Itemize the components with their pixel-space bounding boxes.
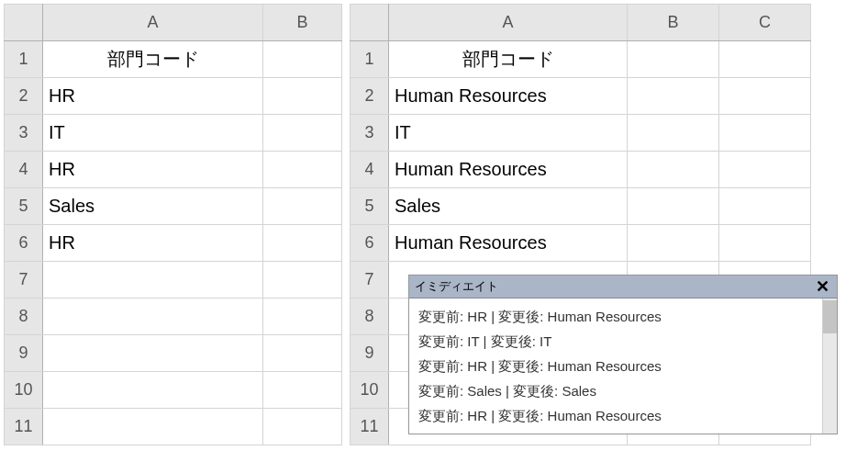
cell-A2[interactable]: HR — [43, 78, 263, 115]
cell-A5[interactable]: Sales — [389, 188, 628, 225]
cell-B4[interactable] — [263, 152, 342, 188]
immediate-titlebar[interactable]: イミディエイト ✕ — [409, 276, 837, 298]
cell-A3[interactable]: IT — [389, 115, 628, 152]
cell-C6[interactable] — [719, 225, 811, 262]
row-header-5[interactable]: 5 — [5, 188, 43, 225]
cell-B8[interactable] — [263, 298, 342, 335]
cell-B7[interactable] — [263, 262, 342, 298]
cell-A5[interactable]: Sales — [43, 188, 263, 225]
scroll-thumb[interactable] — [823, 300, 837, 333]
row-header-6[interactable]: 6 — [5, 225, 43, 262]
close-icon[interactable]: ✕ — [814, 278, 831, 295]
immediate-line: 変更前: IT | 変更後: IT — [418, 329, 818, 354]
row-header-10[interactable]: 10 — [5, 372, 43, 409]
row-header-2[interactable]: 2 — [351, 78, 389, 115]
col-header-B[interactable]: B — [263, 5, 342, 41]
row-header-3[interactable]: 3 — [351, 115, 389, 152]
cell-B2[interactable] — [628, 78, 719, 115]
immediate-title-text: イミディエイト — [415, 278, 498, 295]
cell-A10[interactable] — [43, 372, 263, 409]
immediate-line: 変更前: HR | 変更後: Human Resources — [418, 304, 818, 329]
cell-A1[interactable]: 部門コード — [389, 41, 628, 78]
cell-B5[interactable] — [263, 188, 342, 225]
immediate-line: 変更前: Sales | 変更後: Sales — [418, 378, 818, 403]
col-header-A[interactable]: A — [389, 5, 628, 41]
cell-B3[interactable] — [263, 115, 342, 152]
row-header-4[interactable]: 4 — [5, 152, 43, 188]
cell-B1[interactable] — [263, 41, 342, 78]
cell-B4[interactable] — [628, 152, 719, 188]
cell-A6[interactable]: HR — [43, 225, 263, 262]
select-all-corner[interactable] — [351, 5, 389, 41]
cell-A4[interactable]: Human Resources — [389, 152, 628, 188]
select-all-corner[interactable] — [5, 5, 43, 41]
cell-A11[interactable] — [43, 409, 263, 445]
col-header-C[interactable]: C — [719, 5, 811, 41]
col-header-B[interactable]: B — [628, 5, 719, 41]
cell-B2[interactable] — [263, 78, 342, 115]
left-grid[interactable]: A B 1 部門コード 2 HR 3 IT 4 HR 5 Sales — [4, 4, 342, 445]
row-header-4[interactable]: 4 — [351, 152, 389, 188]
cell-B1[interactable] — [628, 41, 719, 78]
row-header-8[interactable]: 8 — [5, 298, 43, 335]
cell-A7[interactable] — [43, 262, 263, 298]
right-spreadsheet: A B C 1 部門コード 2 Human Resources 3 IT 4 H… — [350, 4, 811, 445]
row-header-11[interactable]: 11 — [5, 409, 43, 445]
cell-C4[interactable] — [719, 152, 811, 188]
cell-B10[interactable] — [263, 372, 342, 409]
cell-A4[interactable]: HR — [43, 152, 263, 188]
row-header-6[interactable]: 6 — [351, 225, 389, 262]
row-header-1[interactable]: 1 — [5, 41, 43, 78]
cell-B6[interactable] — [263, 225, 342, 262]
row-header-9[interactable]: 9 — [5, 335, 43, 372]
immediate-scrollbar[interactable] — [822, 298, 837, 434]
cell-B11[interactable] — [263, 409, 342, 445]
row-header-10[interactable]: 10 — [351, 372, 389, 409]
row-header-7[interactable]: 7 — [5, 262, 43, 298]
cell-A6[interactable]: Human Resources — [389, 225, 628, 262]
left-spreadsheet: A B 1 部門コード 2 HR 3 IT 4 HR 5 Sales — [4, 4, 342, 445]
row-header-7[interactable]: 7 — [351, 262, 389, 298]
row-header-9[interactable]: 9 — [351, 335, 389, 372]
row-header-5[interactable]: 5 — [351, 188, 389, 225]
cell-A1[interactable]: 部門コード — [43, 41, 263, 78]
row-header-8[interactable]: 8 — [351, 298, 389, 335]
cell-A9[interactable] — [43, 335, 263, 372]
cell-A8[interactable] — [43, 298, 263, 335]
row-header-2[interactable]: 2 — [5, 78, 43, 115]
cell-B3[interactable] — [628, 115, 719, 152]
immediate-window[interactable]: イミディエイト ✕ 変更前: HR | 変更後: Human Resources… — [408, 275, 838, 434]
cell-B6[interactable] — [628, 225, 719, 262]
row-header-1[interactable]: 1 — [351, 41, 389, 78]
cell-A2[interactable]: Human Resources — [389, 78, 628, 115]
immediate-body[interactable]: 変更前: HR | 変更後: Human Resources 変更前: IT |… — [409, 298, 837, 434]
immediate-line: 変更前: HR | 変更後: Human Resources — [418, 403, 818, 428]
cell-B9[interactable] — [263, 335, 342, 372]
cell-C2[interactable] — [719, 78, 811, 115]
cell-C3[interactable] — [719, 115, 811, 152]
immediate-line: 変更前: HR | 変更後: Human Resources — [418, 354, 818, 378]
cell-C1[interactable] — [719, 41, 811, 78]
col-header-A[interactable]: A — [43, 5, 263, 41]
row-header-3[interactable]: 3 — [5, 115, 43, 152]
row-header-11[interactable]: 11 — [351, 409, 389, 445]
cell-C5[interactable] — [719, 188, 811, 225]
cell-B5[interactable] — [628, 188, 719, 225]
cell-A3[interactable]: IT — [43, 115, 263, 152]
